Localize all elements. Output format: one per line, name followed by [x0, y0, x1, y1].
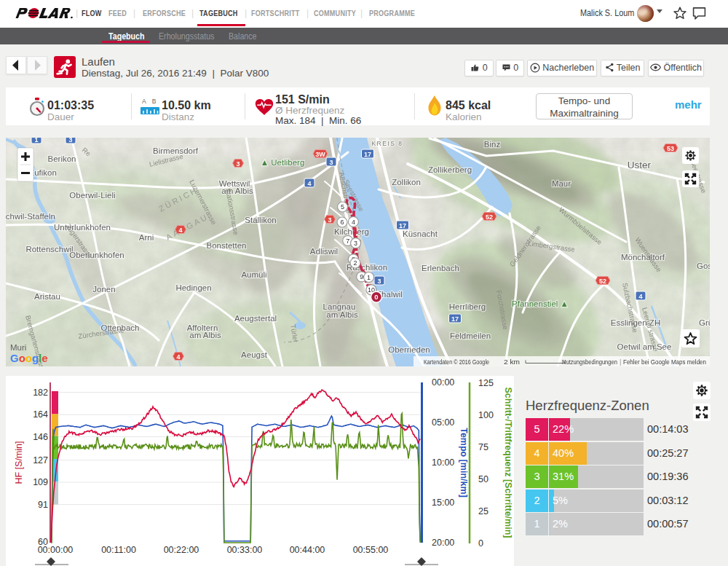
svg-text:Aumüli: Aumüli: [241, 270, 266, 279]
svg-text:am Albis: am Albis: [326, 310, 358, 319]
svg-text:Oberwil-Lieli: Oberwil-Lieli: [69, 191, 115, 200]
svg-text:Jonen: Jonen: [92, 285, 115, 294]
svg-text:127: 127: [33, 455, 48, 465]
svg-text:3: 3: [377, 278, 381, 285]
svg-text:125: 125: [478, 378, 494, 388]
svg-text:1: 1: [367, 274, 371, 281]
svg-text:75: 75: [478, 442, 488, 452]
svg-text:Herrliberg: Herrliberg: [449, 302, 486, 311]
svg-text:Kartendaten © 2016 Google: Kartendaten © 2016 Google: [424, 358, 489, 366]
svg-text:HF [S/min]: HF [S/min]: [14, 441, 24, 484]
svg-text:50: 50: [478, 474, 488, 484]
svg-text:Muri: Muri: [10, 343, 26, 352]
svg-text:20:00: 20:00: [432, 538, 454, 548]
svg-text:Aeugstertal: Aeugstertal: [234, 314, 277, 323]
svg-text:17: 17: [364, 151, 371, 158]
svg-text:Oberrieden: Oberrieden: [388, 345, 430, 354]
svg-text:Nutzungsbedingungen: Nutzungsbedingungen: [562, 358, 617, 366]
svg-text:KREIS 8: KREIS 8: [371, 140, 403, 147]
svg-text:3: 3: [236, 160, 240, 168]
svg-text:Berikon: Berikon: [48, 154, 76, 163]
svg-text:Stallikon: Stallikon: [245, 216, 276, 224]
svg-text:9: 9: [360, 273, 363, 280]
svg-text:25: 25: [478, 506, 488, 516]
svg-text:00:44:00: 00:44:00: [290, 545, 325, 555]
svg-text:182: 182: [33, 388, 48, 398]
svg-text:146: 146: [33, 432, 48, 442]
svg-text:|: |: [620, 358, 621, 366]
svg-text:Tempo [min/km]: Tempo [min/km]: [459, 428, 469, 498]
svg-text:4: 4: [176, 353, 180, 361]
svg-text:3W: 3W: [315, 151, 325, 158]
svg-text:00:33:00: 00:33:00: [227, 545, 263, 555]
svg-text:Grüningen: Grüningen: [699, 318, 710, 327]
svg-text:15:00: 15:00: [432, 498, 454, 508]
svg-text:3: 3: [329, 159, 333, 166]
svg-text:Erlenbach: Erlenbach: [422, 264, 459, 272]
svg-text:Unterlunkhofen: Unterlunkhofen: [54, 223, 111, 232]
svg-text:2 km: 2 km: [504, 358, 520, 366]
svg-text:▲ Uetliberg: ▲ Uetliberg: [261, 158, 305, 167]
svg-text:4: 4: [352, 219, 355, 226]
svg-text:Feldmeilen: Feldmeilen: [450, 331, 491, 340]
svg-text:17: 17: [451, 315, 459, 323]
svg-text:164: 164: [33, 409, 48, 420]
svg-text:3: 3: [354, 240, 357, 247]
svg-text:Schritt-/Trittfrequenz [Schrit: Schritt-/Trittfrequenz [Schritte/min]: [503, 388, 513, 538]
svg-text:00:55:00: 00:55:00: [353, 545, 389, 555]
svg-text:00:00:00: 00:00:00: [38, 545, 74, 555]
svg-text:Maur: Maur: [552, 179, 571, 188]
svg-text:Pfannenstiel ▲: Pfannenstiel ▲: [512, 299, 569, 308]
svg-text:109: 109: [33, 477, 48, 487]
svg-text:53: 53: [667, 145, 674, 152]
svg-text:Adliswil: Adliswil: [310, 247, 338, 256]
svg-text:52: 52: [486, 213, 493, 221]
svg-text:100: 100: [478, 410, 494, 420]
svg-text:4: 4: [178, 227, 182, 234]
svg-text:05:00: 05:00: [432, 417, 454, 428]
svg-text:00:22:00: 00:22:00: [164, 545, 199, 555]
svg-text:7: 7: [346, 237, 349, 245]
svg-text:Binz: Binz: [484, 140, 501, 149]
svg-text:Gossau: Gossau: [697, 262, 710, 270]
svg-text:Google: Google: [10, 352, 48, 364]
svg-text:4: 4: [638, 293, 642, 300]
svg-text:Hedingen: Hedingen: [175, 283, 211, 292]
svg-text:Rottenschwil: Rottenschwil: [25, 245, 73, 253]
svg-text:6: 6: [340, 219, 344, 226]
svg-text:Bonstetten: Bonstetten: [207, 241, 247, 250]
svg-text:5: 5: [341, 203, 344, 211]
svg-text:91: 91: [38, 500, 48, 510]
svg-text:3: 3: [328, 216, 331, 224]
svg-text:Oberlunkhofen: Oberlunkhofen: [69, 251, 124, 259]
svg-text:1: 1: [34, 138, 38, 144]
svg-text:Aristau: Aristau: [34, 292, 60, 301]
svg-text:Oetwil am See: Oetwil am See: [617, 342, 672, 351]
svg-text:10:00: 10:00: [432, 457, 454, 468]
svg-text:Mönchaltorf: Mönchaltorf: [621, 253, 665, 262]
svg-text:Fehler bei Google Maps melden: Fehler bei Google Maps melden: [623, 358, 706, 366]
svg-text:am Albis: am Albis: [189, 331, 221, 339]
svg-text:0: 0: [478, 538, 483, 549]
svg-text:schwil-Staffeln: schwil-Staffeln: [6, 212, 55, 221]
svg-text:Aeugst: Aeugst: [241, 350, 268, 359]
svg-text:Küsnacht: Küsnacht: [403, 229, 438, 238]
svg-text:2: 2: [353, 259, 357, 267]
svg-text:52: 52: [599, 278, 606, 285]
svg-text:00:00: 00:00: [432, 377, 454, 388]
svg-text:00:11:00: 00:11:00: [101, 545, 136, 555]
svg-text:Arni: Arni: [139, 233, 154, 242]
svg-text:Zollikon: Zollikon: [392, 178, 421, 186]
svg-text:0: 0: [374, 293, 378, 301]
svg-text:3: 3: [68, 138, 72, 144]
svg-text:Zollikerberg: Zollikerberg: [428, 165, 472, 174]
svg-text:4: 4: [307, 180, 311, 187]
svg-text:17: 17: [399, 222, 406, 229]
svg-text:Uster: Uster: [628, 160, 652, 170]
svg-text:Kilchberg: Kilchberg: [334, 227, 369, 236]
